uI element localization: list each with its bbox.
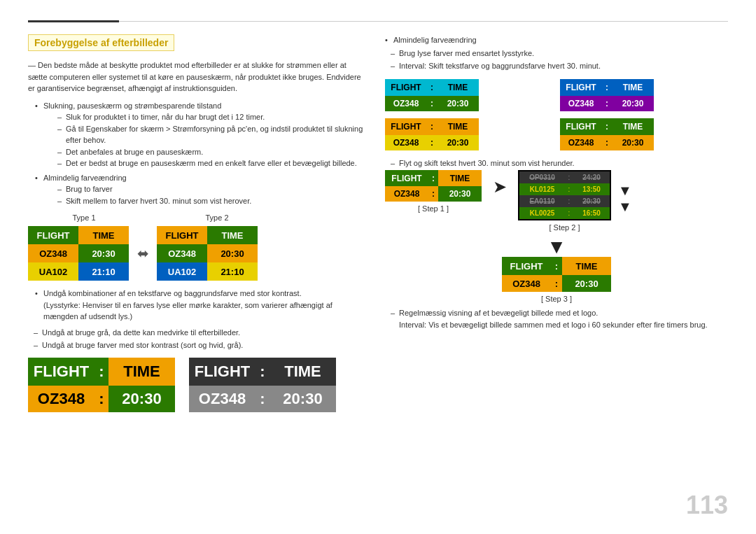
mb3-time: TIME <box>437 118 479 135</box>
s3-c2: : <box>551 275 562 292</box>
step2-label: [ Step 2 ] <box>549 223 580 232</box>
dash-item-1a: Sluk for produktet i to timer, når du ha… <box>57 111 364 123</box>
t2-flight: FLIGHT <box>157 226 207 244</box>
gg-colon2: : <box>255 386 270 412</box>
mb2-c2: : <box>602 96 612 111</box>
step1-label: [ Step 1 ] <box>418 204 449 213</box>
dash-item-2a: Brug to farver <box>57 183 364 195</box>
section-title: Forebyggelse af efterbilleder <box>28 34 174 51</box>
mb4-oz348: OZ348 <box>560 135 602 150</box>
s3-2030: 20:30 <box>562 275 611 292</box>
lg-oz348: OZ348 <box>28 386 94 412</box>
bullet-list-main: Slukning, pauseskærm og strømbesparende … <box>28 100 364 207</box>
s2-c1: : <box>565 171 573 183</box>
dash-item-1b: Gå til Egenskaber for skærm > Strømforsy… <box>57 123 364 146</box>
mb4-c1: : <box>602 118 612 135</box>
main-layout: Forebyggelse af efterbilleder — Den beds… <box>28 34 728 412</box>
s3-time: TIME <box>562 257 611 275</box>
large-gray-board: FLIGHT : TIME OZ348 : 20:30 <box>189 358 336 412</box>
bullet-list-bottom: Undgå kombinationer af en tekstfarve og … <box>28 288 364 323</box>
s2-row2: KL0125 : 13:50 <box>519 183 610 195</box>
t1-oz348: OZ348 <box>28 244 78 262</box>
right-lower-note-1: Regelmæssig visning af et bevægeligt bil… <box>385 307 728 330</box>
mb4-2030: 20:30 <box>612 135 654 150</box>
step2-container: OP0310 : 24:20 KL0125 : 13:50 EA0110 : <box>518 170 611 232</box>
t2-2030: 20:30 <box>207 244 258 262</box>
mini-board-3: FLIGHT : TIME OZ348 : 20:30 <box>385 118 553 150</box>
t1-time: TIME <box>78 226 129 244</box>
t2-ua102: UA102 <box>157 262 207 281</box>
s1-flight: FLIGHT <box>385 170 428 186</box>
mb1-flight: FLIGHT <box>385 79 427 96</box>
s2-2420: 24:20 <box>573 171 610 183</box>
lr-arrow-container: ⬌ <box>129 245 157 262</box>
s2-1650: 16:50 <box>573 207 610 219</box>
s1-c2: : <box>428 186 438 202</box>
step1-board: FLIGHT : TIME OZ348 : 20:30 <box>385 170 482 202</box>
dash-note-3: Undgå at bruge grå, da dette kan medvirk… <box>28 328 364 337</box>
s3-c1: : <box>551 257 562 275</box>
step1-container: FLIGHT : TIME OZ348 : 20:30 [ Step 1 ] <box>385 170 482 213</box>
step3-down-arrow: ▼ <box>547 237 566 257</box>
s2-c2: : <box>565 183 573 195</box>
mb4-flight: FLIGHT <box>560 118 602 135</box>
lg-2030: 20:30 <box>108 386 175 412</box>
t2-oz348: OZ348 <box>157 244 207 262</box>
s2-c4: : <box>565 207 573 219</box>
large-green-board: FLIGHT : TIME OZ348 : 20:30 <box>28 358 175 412</box>
s1-oz348: OZ348 <box>385 186 428 202</box>
page-container: Forebyggelse af efterbilleder — Den beds… <box>0 0 756 534</box>
step2-board-wrapper: OP0310 : 24:20 KL0125 : 13:50 EA0110 : <box>518 170 611 220</box>
dash-note-4: Undgå at bruge farver med stor kontrast … <box>28 341 364 349</box>
bullet-item-2: Almindelig farveændring Brug to farver S… <box>35 172 364 207</box>
left-column: Forebyggelse af efterbilleder — Den beds… <box>28 34 364 412</box>
step-row: FLIGHT : TIME OZ348 : 20:30 [ Step 1 ] ➤ <box>385 170 728 232</box>
mb1-2030: 20:30 <box>437 96 479 111</box>
step3-area: ▼ FLIGHT : TIME OZ348 : 20:30 [ Step 3 ] <box>385 237 728 303</box>
s1-2030: 20:30 <box>438 186 482 202</box>
mb2-time: TIME <box>612 79 654 96</box>
type1-label: Type 1 <box>28 213 140 222</box>
lg-flight: FLIGHT <box>28 358 94 386</box>
s2-row3: EA0110 : 20:30 <box>519 195 610 207</box>
gg-colon1: : <box>255 358 270 386</box>
s2-op0310: OP0310 <box>519 171 565 183</box>
dash-item-2b: Skift mellem to farver hvert 30. minut s… <box>57 195 364 207</box>
top-rule-accent <box>28 20 119 22</box>
mb1-c2: : <box>427 96 437 111</box>
mb3-flight: FLIGHT <box>385 118 427 135</box>
right-dash-1b: Interval: Skift tekstfarve og baggrundsf… <box>385 60 728 72</box>
scroll-arrow-2: ▼ <box>618 199 632 214</box>
lg-colon1: : <box>94 358 108 386</box>
mb3-c1: : <box>427 118 437 135</box>
top-rule <box>28 21 728 22</box>
lr-arrow-icon: ⬌ <box>137 245 149 262</box>
mini-board-2: FLIGHT : TIME OZ348 : 20:30 <box>560 79 728 111</box>
mb2-c1: : <box>602 79 612 96</box>
scroll-arrow-1: ▼ <box>618 183 632 198</box>
dash-list-1: Sluk for produktet i to timer, når du ha… <box>43 111 364 169</box>
dash-item-1c: Det anbefales at bruge en pauseskærm. <box>57 146 364 158</box>
t1-ua102: UA102 <box>28 262 78 281</box>
t1-flight: FLIGHT <box>28 226 78 244</box>
lg-time: TIME <box>108 358 175 386</box>
right-column: Almindelig farveændring Brug lyse farver… <box>385 34 728 412</box>
bullet-item-1: Slukning, pauseskærm og strømbesparende … <box>35 100 364 169</box>
type2-label: Type 2 <box>161 213 273 222</box>
mb3-2030: 20:30 <box>437 135 479 150</box>
mb1-oz348: OZ348 <box>385 96 427 111</box>
color-grid: FLIGHT : TIME OZ348 : 20:30 FLIGHT : <box>385 79 728 150</box>
intro-text: — Den bedste måde at beskytte produktet … <box>28 59 364 94</box>
mb4-time: TIME <box>612 118 654 135</box>
gg-flight: FLIGHT <box>189 358 255 386</box>
large-boards-area: FLIGHT : TIME OZ348 : 20:30 FLIGHT : <box>28 358 364 412</box>
s3-oz348: OZ348 <box>502 275 551 292</box>
mb2-oz348: OZ348 <box>560 96 602 111</box>
s2-row1: OP0310 : 24:20 <box>519 171 610 183</box>
step3-label: [ Step 3 ] <box>541 295 572 303</box>
dash-item-1d: Det er bedst at bruge en pauseskærm med … <box>57 157 364 169</box>
s2-1350: 13:50 <box>573 183 610 195</box>
mini-board-4: FLIGHT : TIME OZ348 : 20:30 <box>560 118 728 150</box>
right-dash-1: Brug lyse farver med ensartet lysstyrke. <box>385 48 728 59</box>
right-bullet-1: Almindelig farveændring <box>385 34 728 46</box>
